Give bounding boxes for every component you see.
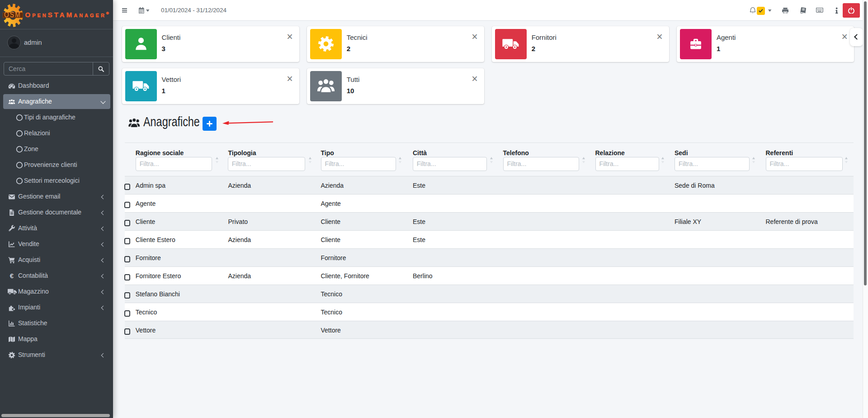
svg-text:€: € — [10, 272, 14, 280]
svg-text:OSM: OSM — [4, 11, 21, 19]
